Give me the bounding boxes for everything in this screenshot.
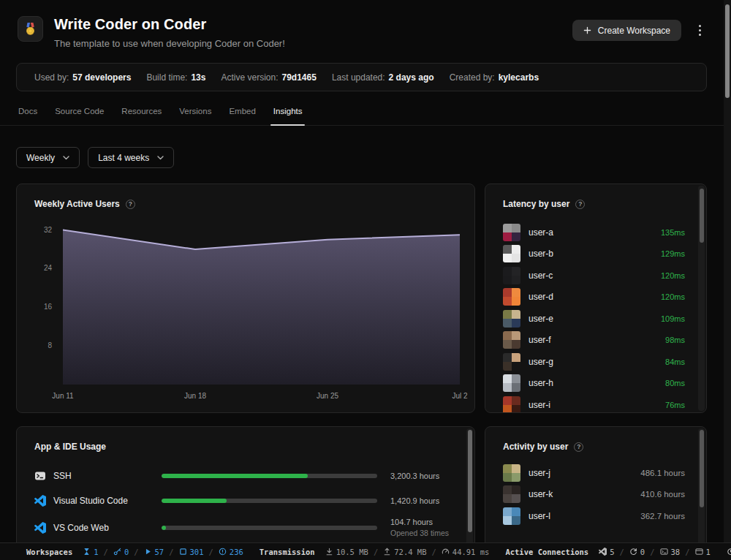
activity-user-list: user-j 486.1 hours user-k 410.6 hours us… xyxy=(485,462,706,527)
vscode-icon xyxy=(34,495,46,507)
workspace-counts: 1 / 0 / 57 / 301 / 236 xyxy=(83,548,243,556)
avatar xyxy=(503,374,520,392)
ssh-terminal-icon xyxy=(34,470,46,482)
plus-icon xyxy=(583,26,591,34)
activity-scrollbar-thumb[interactable] xyxy=(700,430,704,507)
medal-icon xyxy=(23,22,37,36)
x-tick-label: Jun 11 xyxy=(52,392,73,400)
interval-dropdown[interactable]: Weekly xyxy=(16,147,80,168)
latency-row: user-c 120ms xyxy=(503,265,685,287)
last-refresh-status: a few seconds ago xyxy=(727,539,731,560)
tab-docs[interactable]: Docs xyxy=(18,104,38,125)
latency-metric: 44.91 ms xyxy=(442,548,490,556)
area-fill xyxy=(63,230,460,385)
page-scrollbar xyxy=(724,0,731,542)
meta-build-time: Build time:13s xyxy=(146,72,205,83)
upload-metric: 72.4 MB xyxy=(383,548,426,556)
avatar xyxy=(503,288,520,306)
more-options-button[interactable] xyxy=(693,20,706,41)
weekly-active-users-card: Weekly Active Users 8162432 Jun 11Jun 18… xyxy=(16,183,475,413)
latency-row: user-i 76ms xyxy=(503,394,685,413)
latency-row: user-f 98ms xyxy=(503,330,685,352)
vscode-connections: 5 xyxy=(599,548,614,556)
transmission-status-label: Transmission xyxy=(260,548,315,556)
usage-hours: 3,200.3 hours xyxy=(390,471,439,482)
latency-by-user-card: Latency by user user-a 135ms user-b 129m… xyxy=(485,183,707,413)
activity-row: user-l 362.7 hours xyxy=(503,505,685,527)
help-icon[interactable] xyxy=(574,442,583,452)
x-tick-label: Jun 25 xyxy=(317,392,338,400)
usage-hours: 1,420.9 hours xyxy=(390,496,439,507)
usage-list: SSH 3,200.3 hours Visual Studio Code 1,4… xyxy=(17,463,474,542)
workspaces-pending: 1 xyxy=(83,548,98,556)
chevron-down-icon xyxy=(157,156,164,160)
workspaces-status-group: Workspaces xyxy=(26,548,72,556)
reconnect-icon xyxy=(629,548,637,556)
create-workspace-label: Create Workspace xyxy=(598,26,670,36)
y-tick-label: 16 xyxy=(44,303,52,311)
activity-by-user-title: Activity by user xyxy=(503,442,568,452)
reconnecting-connections: 0 xyxy=(629,548,645,556)
template-meta-bar: Used by:57 developers Build time:13s Act… xyxy=(16,63,707,91)
latency-user-list: user-a 135ms user-b 129ms user-c 120ms u… xyxy=(485,222,706,413)
download-metric: 10.5 MB xyxy=(325,548,368,556)
latency-row: user-a 135ms xyxy=(503,222,685,243)
transmission-metrics: 10.5 MB / 72.4 MB / 44.91 ms xyxy=(325,548,490,556)
page-scrollbar-thumb[interactable] xyxy=(725,4,730,98)
weekly-active-users-title: Weekly Active Users xyxy=(34,199,120,209)
insights-grid: Weekly Active Users 8162432 Jun 11Jun 18… xyxy=(16,183,715,550)
y-tick-label: 32 xyxy=(44,226,52,234)
create-workspace-button[interactable]: Create Workspace xyxy=(572,20,681,41)
ssh-connections: 38 xyxy=(660,548,681,556)
template-icon xyxy=(18,16,43,42)
page-subtitle: The template to use when developing Code… xyxy=(54,38,285,49)
usage-bar xyxy=(162,474,377,478)
upload-icon xyxy=(383,548,391,556)
latency-by-user-title: Latency by user xyxy=(503,199,569,209)
activity-by-user-card: Activity by user user-j 486.1 hours user… xyxy=(485,426,707,550)
y-tick-label: 8 xyxy=(48,341,52,349)
help-icon[interactable] xyxy=(575,200,585,209)
help-icon[interactable] xyxy=(126,200,135,209)
usage-scrollbar-thumb[interactable] xyxy=(468,430,472,532)
tab-insights[interactable]: Insights xyxy=(273,104,303,125)
usage-scrollbar xyxy=(466,428,473,548)
usage-row: SSH 3,200.3 hours xyxy=(34,463,457,488)
chevron-down-icon xyxy=(63,156,69,160)
tab-versions[interactable]: Versions xyxy=(178,104,212,125)
usage-row: Visual Studio Code 1,420.9 hours xyxy=(34,488,457,513)
play-icon xyxy=(144,548,152,556)
activity-scrollbar xyxy=(698,428,705,548)
avatar xyxy=(503,331,520,349)
tab-resources[interactable]: Resources xyxy=(121,104,162,125)
usage-note: Opened 38 times xyxy=(390,528,449,538)
vscode-icon xyxy=(599,548,607,556)
tab-source-code[interactable]: Source Code xyxy=(54,104,105,125)
workspaces-status-label: Workspaces xyxy=(26,548,72,556)
connection-counts: 5 / 0 / 38 / 1 xyxy=(599,548,711,556)
latency-scrollbar xyxy=(698,186,705,411)
latency-row: user-d 120ms xyxy=(503,287,685,309)
tab-embed[interactable]: Embed xyxy=(228,104,256,125)
web-app-connections: 1 xyxy=(695,548,711,556)
weekly-active-users-chart xyxy=(63,225,460,385)
key-icon xyxy=(113,548,121,556)
date-range-dropdown[interactable]: Last 4 weeks xyxy=(88,147,174,168)
chart-x-axis: Jun 11Jun 18Jun 25Jul 2 xyxy=(63,392,460,402)
avatar xyxy=(503,245,520,262)
meta-used-by: Used by:57 developers xyxy=(34,72,131,83)
meta-last-updated: Last updated:2 days ago xyxy=(332,72,434,83)
avatar xyxy=(503,267,520,284)
latency-row: user-e 109ms xyxy=(503,308,685,330)
avatar xyxy=(503,485,520,503)
latency-row: user-b 129ms xyxy=(503,243,685,265)
meta-active-version: Active version:79d1465 xyxy=(221,72,316,83)
hourglass-icon xyxy=(83,548,91,556)
app-window-icon xyxy=(695,548,703,556)
alert-circle-icon xyxy=(219,548,227,556)
latency-scrollbar-thumb[interactable] xyxy=(700,189,704,243)
y-tick-label: 24 xyxy=(44,264,52,272)
insights-filters: Weekly Last 4 weeks xyxy=(16,147,731,168)
app-ide-usage-title: App & IDE Usage xyxy=(34,442,106,452)
latency-gauge-icon xyxy=(442,548,450,556)
